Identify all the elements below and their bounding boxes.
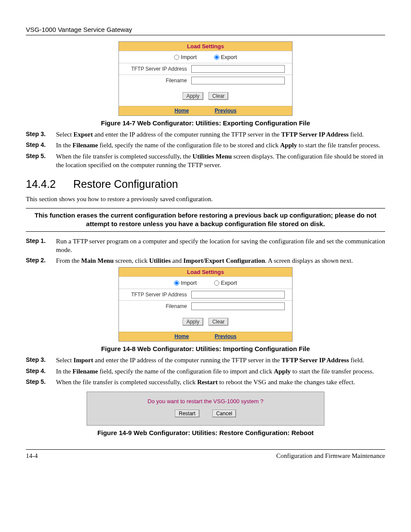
step-label: Step 3. (26, 130, 56, 139)
page-number: 14-4 (26, 452, 38, 460)
restart-question: Do you want to restart the VSG-1000 syst… (91, 398, 320, 404)
restore-step-4: Step 4. In the Filename field, specify t… (26, 367, 385, 376)
tftp-ip-input[interactable] (191, 291, 285, 299)
clear-button[interactable]: Clear (209, 92, 229, 100)
import-radio-label: Import (181, 54, 197, 60)
step-label: Step 4. (26, 141, 56, 149)
restart-button[interactable]: Restart (175, 410, 199, 417)
export-radio[interactable] (214, 55, 219, 60)
running-header: VSG-1000 Vantage Service Gateway (26, 26, 385, 35)
page-footer: 14-4 Configuration and Firmware Maintena… (26, 449, 385, 460)
section-number: 14.4.2 (26, 178, 73, 190)
restart-dialog: Do you want to restart the VSG-1000 syst… (87, 392, 324, 426)
export-radio-label: Export (221, 54, 237, 60)
export-step-5: Step 5. When the file transfer is comple… (26, 152, 385, 170)
restore-step-1: Step 1. Run a TFTP server program on a c… (26, 237, 385, 255)
step-label: Step 1. (26, 237, 56, 255)
home-link[interactable]: Home (174, 333, 189, 339)
apply-button[interactable]: Apply (183, 92, 203, 100)
panel-title: Load Settings (119, 268, 292, 277)
figure-14-8-caption: Figure 14-8 Web Configurator: Utilities:… (26, 345, 385, 352)
clear-button[interactable]: Clear (209, 318, 229, 326)
previous-link[interactable]: Previous (215, 108, 237, 114)
export-radio-option[interactable]: Export (214, 54, 237, 60)
previous-link[interactable]: Previous (215, 333, 237, 339)
export-step-4: Step 4. In the Filename field, specify t… (26, 141, 385, 149)
panel-title: Load Settings (119, 42, 292, 51)
restore-step-5: Step 5. When the file transfer is comple… (26, 378, 385, 386)
home-link[interactable]: Home (174, 108, 189, 114)
restore-step-2: Step 2. From the Main Menu screen, click… (26, 256, 385, 265)
step-label: Step 4. (26, 367, 56, 376)
export-radio-label: Export (221, 280, 237, 286)
section-intro: This section shows you how to restore a … (26, 195, 385, 204)
filename-label: Filename (122, 303, 187, 309)
filename-input[interactable] (191, 302, 285, 310)
import-radio-option[interactable]: Import (174, 54, 197, 60)
figure-14-7-caption: Figure 14-7 Web Configurator: Utilities:… (26, 119, 385, 127)
load-settings-panel-export: Load Settings Import Export TFTP Server … (118, 41, 293, 116)
section-heading: 14.4.2Restore Configuration (26, 178, 385, 190)
figure-14-9-caption: Figure 14-9 Web Configurator: Utilities:… (26, 429, 385, 436)
apply-button[interactable]: Apply (183, 318, 203, 326)
filename-input[interactable] (191, 77, 285, 84)
import-radio-label: Import (181, 280, 197, 286)
step-label: Step 3. (26, 356, 56, 364)
import-radio-option[interactable]: Import (174, 280, 197, 286)
section-title: Restore Configuration (73, 178, 178, 190)
export-step-3: Step 3. Select Export and enter the IP a… (26, 130, 385, 139)
restore-step-3: Step 3. Select Import and enter the IP a… (26, 356, 385, 364)
step-label: Step 5. (26, 152, 56, 170)
warning-notice: This function erases the current configu… (26, 208, 385, 232)
import-radio[interactable] (174, 55, 179, 60)
cancel-button[interactable]: Cancel (212, 410, 236, 417)
tftp-ip-label: TFTP Server IP Address (122, 292, 187, 298)
tftp-ip-input[interactable] (191, 65, 285, 73)
export-radio[interactable] (214, 280, 219, 286)
tftp-ip-label: TFTP Server IP Address (122, 66, 187, 72)
step-label: Step 2. (26, 256, 56, 265)
chapter-title: Configuration and Firmware Maintenance (276, 452, 385, 460)
export-radio-option[interactable]: Export (214, 280, 237, 286)
load-settings-panel-import: Load Settings Import Export TFTP Server … (118, 267, 293, 342)
step-label: Step 5. (26, 378, 56, 386)
filename-label: Filename (122, 78, 187, 84)
import-radio[interactable] (174, 280, 179, 286)
